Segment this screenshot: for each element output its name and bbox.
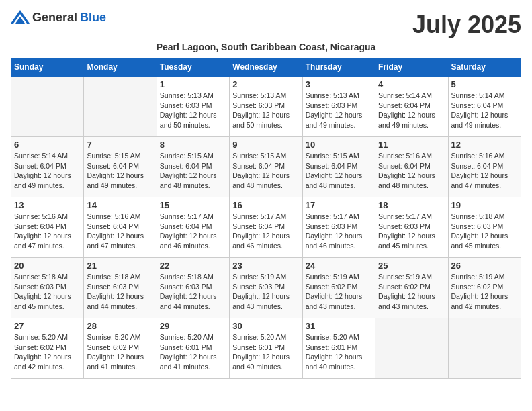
- calendar-cell: 14Sunrise: 5:16 AM Sunset: 6:04 PM Dayli…: [84, 197, 157, 258]
- day-info: Sunrise: 5:19 AM Sunset: 6:02 PM Dayligh…: [306, 272, 372, 312]
- day-number: 13: [14, 200, 81, 210]
- day-number: 16: [232, 200, 299, 210]
- day-info: Sunrise: 5:19 AM Sunset: 6:02 PM Dayligh…: [378, 272, 445, 312]
- day-number: 21: [87, 261, 153, 271]
- day-info: Sunrise: 5:16 AM Sunset: 6:04 PM Dayligh…: [14, 212, 81, 251]
- day-number: 19: [451, 200, 518, 210]
- column-header-saturday: Saturday: [448, 58, 521, 77]
- day-info: Sunrise: 5:17 AM Sunset: 6:04 PM Dayligh…: [160, 212, 226, 251]
- month-title: July 2025: [412, 11, 521, 39]
- day-info: Sunrise: 5:15 AM Sunset: 6:04 PM Dayligh…: [87, 151, 153, 191]
- calendar-cell: 25Sunrise: 5:19 AM Sunset: 6:02 PM Dayli…: [375, 258, 448, 318]
- calendar-cell: 28Sunrise: 5:20 AM Sunset: 6:02 PM Dayli…: [84, 318, 157, 379]
- calendar-cell: 27Sunrise: 5:20 AM Sunset: 6:02 PM Dayli…: [11, 318, 84, 379]
- calendar-cell: 3Sunrise: 5:13 AM Sunset: 6:03 PM Daylig…: [302, 77, 375, 137]
- calendar-cell: 13Sunrise: 5:16 AM Sunset: 6:04 PM Dayli…: [11, 197, 84, 258]
- day-info: Sunrise: 5:16 AM Sunset: 6:04 PM Dayligh…: [378, 151, 445, 191]
- day-number: 31: [306, 321, 372, 331]
- calendar-cell: 26Sunrise: 5:19 AM Sunset: 6:02 PM Dayli…: [448, 258, 521, 318]
- day-number: 29: [160, 321, 226, 331]
- calendar-cell: 8Sunrise: 5:15 AM Sunset: 6:04 PM Daylig…: [157, 137, 229, 197]
- day-info: Sunrise: 5:14 AM Sunset: 6:04 PM Dayligh…: [14, 151, 81, 191]
- calendar-cell: [11, 77, 84, 137]
- location-title: Pearl Lagoon, South Caribbean Coast, Nic…: [11, 42, 521, 52]
- day-number: 20: [14, 261, 81, 271]
- day-number: 8: [160, 140, 226, 150]
- day-info: Sunrise: 5:15 AM Sunset: 6:04 PM Dayligh…: [160, 151, 226, 191]
- calendar-cell: 18Sunrise: 5:17 AM Sunset: 6:03 PM Dayli…: [375, 197, 448, 258]
- day-number: 5: [451, 79, 518, 89]
- day-info: Sunrise: 5:20 AM Sunset: 6:01 PM Dayligh…: [306, 332, 372, 372]
- column-header-wednesday: Wednesday: [230, 58, 302, 77]
- calendar-cell: 1Sunrise: 5:13 AM Sunset: 6:03 PM Daylig…: [157, 77, 229, 137]
- logo-general: General: [32, 11, 77, 25]
- day-number: 28: [87, 321, 153, 331]
- calendar-cell: 20Sunrise: 5:18 AM Sunset: 6:03 PM Dayli…: [11, 258, 84, 318]
- calendar-cell: 19Sunrise: 5:18 AM Sunset: 6:03 PM Dayli…: [448, 197, 521, 258]
- day-number: 24: [306, 261, 372, 271]
- day-number: 9: [232, 140, 299, 150]
- day-number: 22: [160, 261, 226, 271]
- day-info: Sunrise: 5:20 AM Sunset: 6:02 PM Dayligh…: [87, 332, 153, 372]
- day-number: 27: [14, 321, 81, 331]
- day-number: 17: [306, 200, 372, 210]
- day-number: 1: [160, 79, 226, 89]
- day-number: 4: [378, 79, 445, 89]
- column-header-sunday: Sunday: [11, 58, 84, 77]
- day-info: Sunrise: 5:15 AM Sunset: 6:04 PM Dayligh…: [306, 151, 372, 191]
- logo: GeneralBlue: [11, 11, 106, 25]
- calendar-week-3: 13Sunrise: 5:16 AM Sunset: 6:04 PM Dayli…: [11, 197, 521, 258]
- day-info: Sunrise: 5:18 AM Sunset: 6:03 PM Dayligh…: [451, 212, 518, 251]
- calendar-cell: 6Sunrise: 5:14 AM Sunset: 6:04 PM Daylig…: [11, 137, 84, 197]
- column-header-friday: Friday: [375, 58, 448, 77]
- day-number: 15: [160, 200, 226, 210]
- day-info: Sunrise: 5:18 AM Sunset: 6:03 PM Dayligh…: [160, 272, 226, 312]
- calendar-week-1: 1Sunrise: 5:13 AM Sunset: 6:03 PM Daylig…: [11, 77, 521, 137]
- day-info: Sunrise: 5:13 AM Sunset: 6:03 PM Dayligh…: [232, 91, 299, 130]
- page-header: GeneralBlue July 2025: [11, 11, 521, 39]
- day-info: Sunrise: 5:13 AM Sunset: 6:03 PM Dayligh…: [306, 91, 372, 130]
- calendar-cell: 17Sunrise: 5:17 AM Sunset: 6:03 PM Dayli…: [302, 197, 375, 258]
- calendar-cell: 23Sunrise: 5:19 AM Sunset: 6:03 PM Dayli…: [230, 258, 302, 318]
- day-number: 12: [451, 140, 518, 150]
- calendar-cell: [84, 77, 157, 137]
- day-info: Sunrise: 5:20 AM Sunset: 6:01 PM Dayligh…: [160, 332, 226, 372]
- day-number: 25: [378, 261, 445, 271]
- calendar-cell: 16Sunrise: 5:17 AM Sunset: 6:04 PM Dayli…: [230, 197, 302, 258]
- calendar-cell: 31Sunrise: 5:20 AM Sunset: 6:01 PM Dayli…: [302, 318, 375, 379]
- calendar-week-5: 27Sunrise: 5:20 AM Sunset: 6:02 PM Dayli…: [11, 318, 521, 379]
- day-number: 7: [87, 140, 153, 150]
- day-info: Sunrise: 5:19 AM Sunset: 6:02 PM Dayligh…: [451, 272, 518, 312]
- day-info: Sunrise: 5:14 AM Sunset: 6:04 PM Dayligh…: [378, 91, 445, 130]
- calendar-cell: 29Sunrise: 5:20 AM Sunset: 6:01 PM Dayli…: [157, 318, 229, 379]
- day-info: Sunrise: 5:17 AM Sunset: 6:03 PM Dayligh…: [306, 212, 372, 251]
- calendar-cell: [448, 318, 521, 379]
- column-header-thursday: Thursday: [302, 58, 375, 77]
- calendar-cell: [375, 318, 448, 379]
- day-info: Sunrise: 5:18 AM Sunset: 6:03 PM Dayligh…: [14, 272, 81, 312]
- day-info: Sunrise: 5:16 AM Sunset: 6:04 PM Dayligh…: [451, 151, 518, 191]
- calendar-cell: 11Sunrise: 5:16 AM Sunset: 6:04 PM Dayli…: [375, 137, 448, 197]
- day-number: 18: [378, 200, 445, 210]
- calendar-table: SundayMondayTuesdayWednesdayThursdayFrid…: [11, 58, 521, 379]
- day-info: Sunrise: 5:18 AM Sunset: 6:03 PM Dayligh…: [87, 272, 153, 312]
- day-info: Sunrise: 5:17 AM Sunset: 6:04 PM Dayligh…: [232, 212, 299, 251]
- calendar-cell: 30Sunrise: 5:20 AM Sunset: 6:01 PM Dayli…: [230, 318, 302, 379]
- calendar-cell: 5Sunrise: 5:14 AM Sunset: 6:04 PM Daylig…: [448, 77, 521, 137]
- day-info: Sunrise: 5:14 AM Sunset: 6:04 PM Dayligh…: [451, 91, 518, 130]
- day-number: 3: [306, 79, 372, 89]
- day-info: Sunrise: 5:20 AM Sunset: 6:02 PM Dayligh…: [14, 332, 81, 372]
- calendar-week-4: 20Sunrise: 5:18 AM Sunset: 6:03 PM Dayli…: [11, 258, 521, 318]
- day-info: Sunrise: 5:16 AM Sunset: 6:04 PM Dayligh…: [87, 212, 153, 251]
- day-number: 6: [14, 140, 81, 150]
- day-info: Sunrise: 5:15 AM Sunset: 6:04 PM Dayligh…: [232, 151, 299, 191]
- calendar-cell: 10Sunrise: 5:15 AM Sunset: 6:04 PM Dayli…: [302, 137, 375, 197]
- day-number: 2: [232, 79, 299, 89]
- day-number: 26: [451, 261, 518, 271]
- day-number: 23: [232, 261, 299, 271]
- day-info: Sunrise: 5:20 AM Sunset: 6:01 PM Dayligh…: [232, 332, 299, 372]
- day-info: Sunrise: 5:17 AM Sunset: 6:03 PM Dayligh…: [378, 212, 445, 251]
- calendar-cell: 15Sunrise: 5:17 AM Sunset: 6:04 PM Dayli…: [157, 197, 229, 258]
- day-info: Sunrise: 5:19 AM Sunset: 6:03 PM Dayligh…: [232, 272, 299, 312]
- calendar-cell: 21Sunrise: 5:18 AM Sunset: 6:03 PM Dayli…: [84, 258, 157, 318]
